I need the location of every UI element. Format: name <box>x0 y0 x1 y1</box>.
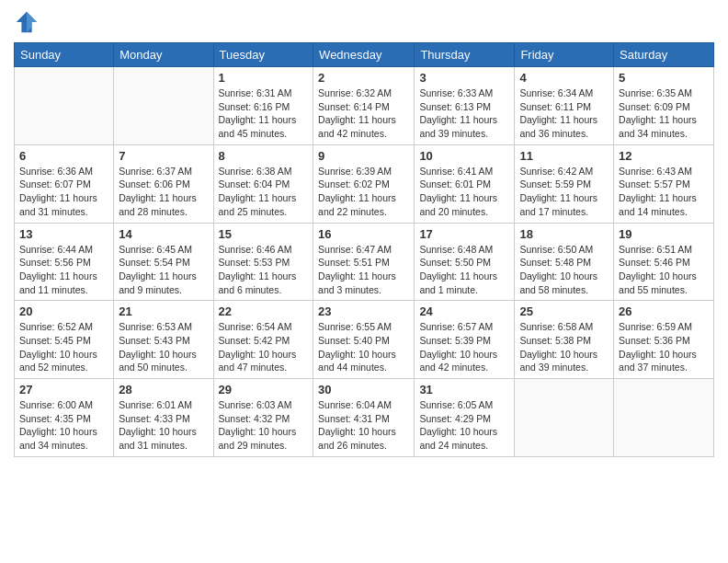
day-number: 31 <box>419 383 509 396</box>
day-detail: Sunrise: 6:33 AM Sunset: 6:13 PM Dayligh… <box>419 86 509 141</box>
calendar-cell: 5Sunrise: 6:35 AM Sunset: 6:09 PM Daylig… <box>614 67 714 145</box>
day-detail: Sunrise: 6:42 AM Sunset: 5:59 PM Dayligh… <box>519 165 609 219</box>
calendar-cell: 26Sunrise: 6:59 AM Sunset: 5:36 PM Dayli… <box>614 301 714 379</box>
calendar-cell: 28Sunrise: 6:01 AM Sunset: 4:33 PM Dayli… <box>114 379 213 457</box>
day-detail: Sunrise: 6:59 AM Sunset: 5:36 PM Dayligh… <box>619 320 709 374</box>
week-row-3: 13Sunrise: 6:44 AM Sunset: 5:56 PM Dayli… <box>15 223 714 301</box>
day-number: 6 <box>19 149 108 163</box>
week-row-2: 6Sunrise: 6:36 AM Sunset: 6:07 PM Daylig… <box>15 144 714 223</box>
day-detail: Sunrise: 6:36 AM Sunset: 6:07 PM Dayligh… <box>19 165 108 219</box>
day-detail: Sunrise: 6:53 AM Sunset: 5:43 PM Dayligh… <box>119 320 208 374</box>
calendar-cell <box>614 379 714 457</box>
day-number: 20 <box>19 304 108 318</box>
day-number: 7 <box>119 149 208 163</box>
calendar-cell: 29Sunrise: 6:03 AM Sunset: 4:32 PM Dayli… <box>213 379 313 457</box>
day-detail: Sunrise: 6:58 AM Sunset: 5:38 PM Dayligh… <box>519 320 609 374</box>
day-number: 22 <box>219 304 309 318</box>
calendar-cell: 7Sunrise: 6:37 AM Sunset: 6:06 PM Daylig… <box>114 144 213 223</box>
day-detail: Sunrise: 6:04 AM Sunset: 4:31 PM Dayligh… <box>318 398 409 453</box>
day-number: 9 <box>318 149 409 163</box>
calendar-cell <box>515 379 614 457</box>
day-detail: Sunrise: 6:55 AM Sunset: 5:40 PM Dayligh… <box>318 320 409 374</box>
day-number: 2 <box>318 71 409 85</box>
calendar-cell: 14Sunrise: 6:45 AM Sunset: 5:54 PM Dayli… <box>114 223 213 301</box>
day-number: 26 <box>619 304 709 318</box>
day-detail: Sunrise: 6:41 AM Sunset: 6:01 PM Dayligh… <box>419 165 509 219</box>
day-detail: Sunrise: 6:54 AM Sunset: 5:42 PM Dayligh… <box>219 320 309 374</box>
day-number: 12 <box>619 149 709 163</box>
logo-icon <box>14 9 40 35</box>
calendar-cell: 27Sunrise: 6:00 AM Sunset: 4:35 PM Dayli… <box>15 379 114 457</box>
calendar-cell: 18Sunrise: 6:50 AM Sunset: 5:48 PM Dayli… <box>515 223 614 301</box>
day-number: 10 <box>419 149 509 163</box>
day-detail: Sunrise: 6:05 AM Sunset: 4:29 PM Dayligh… <box>419 398 509 453</box>
calendar-cell: 13Sunrise: 6:44 AM Sunset: 5:56 PM Dayli… <box>15 223 114 301</box>
day-number: 18 <box>519 227 609 241</box>
day-detail: Sunrise: 6:51 AM Sunset: 5:46 PM Dayligh… <box>619 243 709 297</box>
calendar-cell: 21Sunrise: 6:53 AM Sunset: 5:43 PM Dayli… <box>114 301 213 379</box>
day-detail: Sunrise: 6:34 AM Sunset: 6:11 PM Dayligh… <box>519 86 609 141</box>
day-detail: Sunrise: 6:43 AM Sunset: 5:57 PM Dayligh… <box>619 165 709 219</box>
day-detail: Sunrise: 6:37 AM Sunset: 6:06 PM Dayligh… <box>119 165 208 219</box>
calendar-cell: 15Sunrise: 6:46 AM Sunset: 5:53 PM Dayli… <box>213 223 313 301</box>
day-number: 15 <box>219 227 309 241</box>
day-number: 4 <box>519 71 609 85</box>
calendar-cell: 6Sunrise: 6:36 AM Sunset: 6:07 PM Daylig… <box>15 144 114 223</box>
day-number: 13 <box>19 227 108 241</box>
calendar-cell: 9Sunrise: 6:39 AM Sunset: 6:02 PM Daylig… <box>313 144 415 223</box>
calendar-cell <box>15 67 114 145</box>
calendar-cell: 3Sunrise: 6:33 AM Sunset: 6:13 PM Daylig… <box>415 67 515 145</box>
day-number: 11 <box>519 149 609 163</box>
calendar-cell: 16Sunrise: 6:47 AM Sunset: 5:51 PM Dayli… <box>313 223 415 301</box>
calendar-cell: 24Sunrise: 6:57 AM Sunset: 5:39 PM Dayli… <box>415 301 515 379</box>
calendar-cell: 23Sunrise: 6:55 AM Sunset: 5:40 PM Dayli… <box>313 301 415 379</box>
day-detail: Sunrise: 6:39 AM Sunset: 6:02 PM Dayligh… <box>318 165 409 219</box>
calendar-cell: 12Sunrise: 6:43 AM Sunset: 5:57 PM Dayli… <box>614 144 714 223</box>
day-number: 19 <box>619 227 709 241</box>
day-number: 14 <box>119 227 208 241</box>
weekday-header-tuesday: Tuesday <box>213 43 313 67</box>
day-number: 28 <box>119 383 208 396</box>
day-detail: Sunrise: 6:44 AM Sunset: 5:56 PM Dayligh… <box>19 243 108 297</box>
calendar-cell: 8Sunrise: 6:38 AM Sunset: 6:04 PM Daylig… <box>213 144 313 223</box>
calendar-cell: 1Sunrise: 6:31 AM Sunset: 6:16 PM Daylig… <box>213 67 313 145</box>
calendar-cell: 11Sunrise: 6:42 AM Sunset: 5:59 PM Dayli… <box>515 144 614 223</box>
day-number: 23 <box>318 304 409 318</box>
weekday-header-monday: Monday <box>114 43 213 67</box>
weekday-header-wednesday: Wednesday <box>313 43 415 67</box>
day-number: 29 <box>219 383 309 396</box>
weekday-header-saturday: Saturday <box>614 43 714 67</box>
calendar-cell: 19Sunrise: 6:51 AM Sunset: 5:46 PM Dayli… <box>614 223 714 301</box>
day-detail: Sunrise: 6:45 AM Sunset: 5:54 PM Dayligh… <box>119 243 208 297</box>
day-detail: Sunrise: 6:03 AM Sunset: 4:32 PM Dayligh… <box>219 398 309 453</box>
day-number: 24 <box>419 304 509 318</box>
calendar-cell: 30Sunrise: 6:04 AM Sunset: 4:31 PM Dayli… <box>313 379 415 457</box>
day-detail: Sunrise: 6:01 AM Sunset: 4:33 PM Dayligh… <box>119 398 208 453</box>
calendar-cell: 4Sunrise: 6:34 AM Sunset: 6:11 PM Daylig… <box>515 67 614 145</box>
day-number: 27 <box>19 383 108 396</box>
day-detail: Sunrise: 6:35 AM Sunset: 6:09 PM Dayligh… <box>619 86 709 141</box>
day-detail: Sunrise: 6:32 AM Sunset: 6:14 PM Dayligh… <box>318 86 409 141</box>
day-detail: Sunrise: 6:38 AM Sunset: 6:04 PM Dayligh… <box>219 165 309 219</box>
weekday-header-sunday: Sunday <box>15 43 114 67</box>
day-number: 17 <box>419 227 509 241</box>
day-number: 3 <box>419 71 509 85</box>
day-number: 16 <box>318 227 409 241</box>
day-detail: Sunrise: 6:48 AM Sunset: 5:50 PM Dayligh… <box>419 243 509 297</box>
calendar-cell: 17Sunrise: 6:48 AM Sunset: 5:50 PM Dayli… <box>415 223 515 301</box>
calendar-cell: 31Sunrise: 6:05 AM Sunset: 4:29 PM Dayli… <box>415 379 515 457</box>
calendar-table: SundayMondayTuesdayWednesdayThursdayFrid… <box>14 42 714 457</box>
day-detail: Sunrise: 6:00 AM Sunset: 4:35 PM Dayligh… <box>19 398 108 453</box>
day-detail: Sunrise: 6:50 AM Sunset: 5:48 PM Dayligh… <box>519 243 609 297</box>
week-row-1: 1Sunrise: 6:31 AM Sunset: 6:16 PM Daylig… <box>15 67 714 145</box>
calendar-cell: 22Sunrise: 6:54 AM Sunset: 5:42 PM Dayli… <box>213 301 313 379</box>
calendar-cell: 25Sunrise: 6:58 AM Sunset: 5:38 PM Dayli… <box>515 301 614 379</box>
day-detail: Sunrise: 6:31 AM Sunset: 6:16 PM Dayligh… <box>219 86 309 141</box>
week-row-4: 20Sunrise: 6:52 AM Sunset: 5:45 PM Dayli… <box>15 301 714 379</box>
day-number: 25 <box>519 304 609 318</box>
calendar-header-row: SundayMondayTuesdayWednesdayThursdayFrid… <box>15 43 714 67</box>
week-row-5: 27Sunrise: 6:00 AM Sunset: 4:35 PM Dayli… <box>15 379 714 457</box>
calendar-cell: 2Sunrise: 6:32 AM Sunset: 6:14 PM Daylig… <box>313 67 415 145</box>
calendar-cell: 20Sunrise: 6:52 AM Sunset: 5:45 PM Dayli… <box>15 301 114 379</box>
page: SundayMondayTuesdayWednesdayThursdayFrid… <box>0 0 728 466</box>
